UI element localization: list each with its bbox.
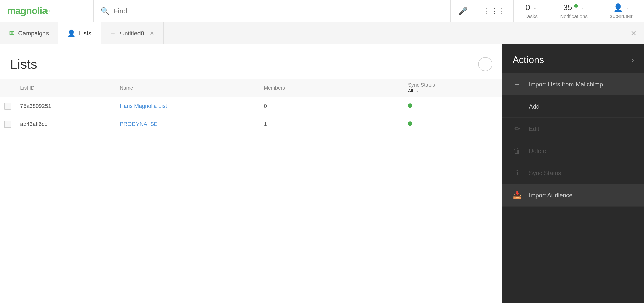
tab-campaigns-label: Campaigns <box>18 30 49 37</box>
action-import-lists[interactable]: → Import Lists from Mailchimp <box>502 73 644 95</box>
lists-title: Lists <box>10 57 37 72</box>
notification-dot <box>574 4 578 8</box>
tab-arrow-icon: → <box>110 30 116 37</box>
import-lists-icon: → <box>513 80 522 88</box>
main-layout: Lists ≡ List ID Name Members Sync Status… <box>0 44 644 303</box>
row1-checkbox[interactable] <box>4 103 11 110</box>
tabbar: ✉ Campaigns 👤 Lists → /untitled0 ✕ ✕ <box>0 22 644 44</box>
sync-status-label: Sync Status <box>408 82 497 88</box>
notifications-label: Notifications <box>560 14 588 19</box>
logo-area: magnolia® <box>0 0 94 22</box>
sync-filter-value: All <box>408 88 413 94</box>
action-add-label: Add <box>529 103 540 110</box>
menu-dots-icon: ≡ <box>484 61 487 67</box>
row1-name: Haris Magnolia List <box>115 103 259 109</box>
row2-name: PRODYNA_SE <box>115 121 259 128</box>
topbar: magnolia® 🔍 🎤 ⋮⋮⋮ 0 ⌄ Tasks 35 ⌄ Notific… <box>0 0 644 22</box>
row2-id: ad43aff6cd <box>15 121 115 128</box>
table-row[interactable]: 75a3809251 Haris Magnolia List 0 <box>0 97 502 115</box>
row2-sync-dot <box>408 121 412 126</box>
row2-checkbox[interactable] <box>4 121 11 128</box>
close-all-button[interactable]: ✕ <box>631 29 644 37</box>
grid-button[interactable]: ⋮⋮⋮ <box>475 0 514 22</box>
lists-icon: 👤 <box>67 29 75 37</box>
tab-lists[interactable]: 👤 Lists <box>58 22 101 44</box>
notifications-count: 35 <box>563 3 572 12</box>
actions-title: Actions <box>513 55 544 65</box>
row2-members: 1 <box>259 121 403 128</box>
col-sync-header: Sync Status All ⌄ <box>403 82 502 94</box>
user-button[interactable]: 👤 ⌄ superuser <box>599 0 644 22</box>
tab-untitled0-label: /untitled0 <box>120 30 144 37</box>
lists-panel: Lists ≡ List ID Name Members Sync Status… <box>0 44 502 303</box>
row1-check[interactable] <box>0 103 15 110</box>
user-chevron: ⌄ <box>625 4 630 10</box>
table-row[interactable]: ad43aff6cd PRODYNA_SE 1 <box>0 115 502 133</box>
search-area: 🔍 <box>94 7 450 15</box>
search-icon: 🔍 <box>101 7 109 15</box>
mic-icon: 🎤 <box>458 7 468 15</box>
tasks-chevron: ⌄ <box>533 4 537 10</box>
sync-filter-chevron[interactable]: ⌄ <box>415 89 418 93</box>
tab-untitled0[interactable]: → /untitled0 ✕ <box>101 22 164 44</box>
edit-icon: ✏ <box>513 124 522 133</box>
actions-header: Actions › <box>502 44 644 73</box>
mic-button[interactable]: 🎤 <box>451 0 475 22</box>
table-header: List ID Name Members Sync Status All ⌄ <box>0 79 502 97</box>
row1-sync <box>403 103 502 109</box>
campaigns-icon: ✉ <box>9 29 15 37</box>
action-import-audience-label: Import Audience <box>529 192 572 199</box>
row1-members: 0 <box>259 103 403 109</box>
sync-status-icon: ℹ <box>513 169 522 177</box>
action-add[interactable]: ＋ Add <box>502 95 644 118</box>
logo-trademark: ® <box>47 9 50 13</box>
lists-header: Lists ≡ <box>0 44 502 79</box>
action-sync-status-label: Sync Status <box>529 170 561 177</box>
actions-panel: Actions › → Import Lists from Mailchimp … <box>502 44 644 303</box>
notifications-chevron: ⌄ <box>580 4 585 10</box>
col-id-header: List ID <box>15 85 115 91</box>
row2-sync <box>403 121 502 127</box>
tab-lists-label: Lists <box>79 30 91 37</box>
col-members-header: Members <box>259 85 403 91</box>
user-label: superuser <box>610 13 633 19</box>
table: List ID Name Members Sync Status All ⌄ 7… <box>0 79 502 133</box>
action-edit-label: Edit <box>529 125 539 132</box>
action-import-lists-label: Import Lists from Mailchimp <box>529 81 603 88</box>
logo: magnolia <box>7 6 47 16</box>
col-name-header: Name <box>115 85 259 91</box>
row1-id: 75a3809251 <box>15 103 115 109</box>
user-icon: 👤 <box>613 3 623 12</box>
action-import-audience[interactable]: 📥 Import Audience <box>502 184 644 207</box>
grid-icon: ⋮⋮⋮ <box>483 7 506 15</box>
search-input[interactable] <box>113 7 443 15</box>
tab-campaigns[interactable]: ✉ Campaigns <box>0 22 58 44</box>
delete-icon: 🗑 <box>513 147 522 155</box>
tasks-button[interactable]: 0 ⌄ Tasks <box>514 0 549 22</box>
topbar-right: 🎤 ⋮⋮⋮ 0 ⌄ Tasks 35 ⌄ Notifications 👤 ⌄ <box>450 0 644 22</box>
action-delete[interactable]: 🗑 Delete <box>502 140 644 162</box>
tasks-label: Tasks <box>525 14 538 19</box>
action-sync-status[interactable]: ℹ Sync Status <box>502 162 644 184</box>
action-edit[interactable]: ✏ Edit <box>502 118 644 140</box>
row1-sync-dot <box>408 103 412 108</box>
row2-check[interactable] <box>0 121 15 128</box>
actions-chevron-icon[interactable]: › <box>632 56 634 64</box>
menu-button[interactable]: ≡ <box>478 57 492 71</box>
import-audience-icon: 📥 <box>513 191 522 199</box>
add-icon: ＋ <box>513 102 522 111</box>
notifications-button[interactable]: 35 ⌄ Notifications <box>549 0 599 22</box>
tab-close-button[interactable]: ✕ <box>150 30 154 37</box>
action-delete-label: Delete <box>529 147 546 155</box>
tasks-count: 0 <box>525 3 530 12</box>
